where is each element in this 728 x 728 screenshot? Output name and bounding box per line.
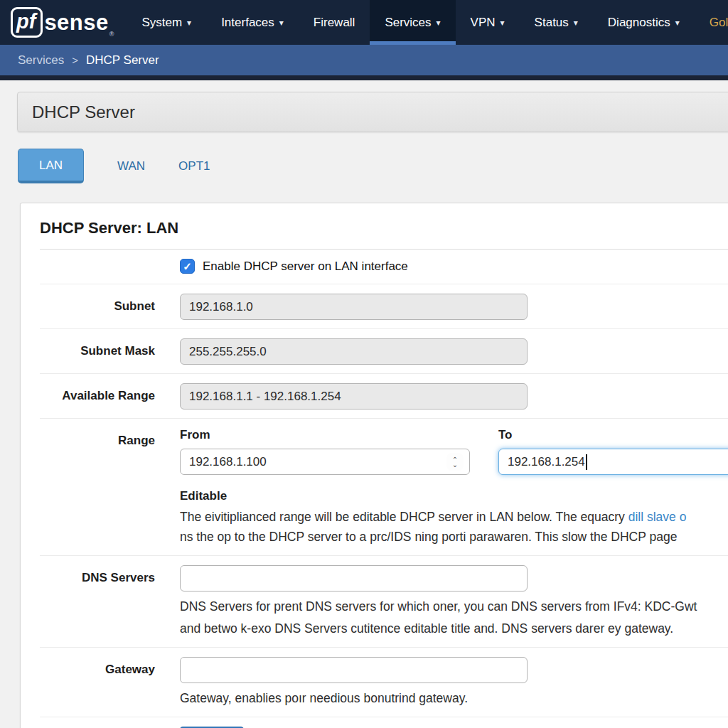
available-range-label: Available Range [40,383,155,410]
enable-dhcp-label: Enable DHCP server on LAN interface [203,259,408,274]
tab-wan[interactable]: WAN [117,159,145,173]
subnet-mask-label: Subnet Mask [40,338,155,365]
subnet-label: Subnet [40,294,155,320]
registered-mark-icon: ® [109,31,114,38]
page-title-panel: DHCP Server [17,92,728,132]
navbar-shadow-strip [0,75,728,80]
nav-item-services[interactable]: Services ▾ [370,0,455,45]
subnet-input [180,294,528,320]
range-from-input[interactable] [180,449,470,475]
dhcp-server-card: DHCP Server: LAN ✓ Enable DHCP server on… [20,203,728,728]
check-icon: ✓ [183,260,192,273]
enable-dhcp-checkbox[interactable]: ✓ [180,259,195,274]
nav-menu: System ▾ Interfaces ▾ Firewall Services … [127,0,728,45]
pfsense-logo-sense: sense [44,10,108,36]
page-title: DHCP Server [32,102,135,122]
breadcrumb-separator-icon: > [72,54,78,66]
chevron-down-icon: ▾ [187,18,191,28]
gateway-input[interactable] [180,657,528,683]
range-description-link[interactable]: dill slave o [628,510,687,524]
range-description-line2: ns the op to the DHCP server to a prc/ID… [180,527,728,547]
available-range-input [180,383,528,410]
gateway-label: Gateway [40,657,155,708]
card-heading: DHCP Server: LAN [40,219,728,237]
subnet-mask-input [180,338,528,365]
interface-tabs: LAN WAN OPT1 [18,147,728,185]
top-navbar: pf sense ® System ▾ Interfaces ▾ Firewal… [0,0,728,45]
tab-opt1[interactable]: OPT1 [178,159,210,173]
range-from-label: From [180,428,470,442]
dns-servers-label: DNS Servers [40,565,155,638]
chevron-down-icon: ▾ [500,18,505,28]
nav-item-system[interactable]: System ▾ [127,0,206,45]
breadcrumb-current-page[interactable]: DHCP Server [86,53,159,68]
nav-item-vpn[interactable]: VPN ▾ [456,0,520,45]
nav-item-gold[interactable]: Gold [695,0,728,45]
editable-heading: Editable [180,489,728,503]
dns-help-line1: DNS Servers for prent DNS servers for wh… [180,596,728,616]
range-label: Range [40,428,155,547]
dns-help-line2: and betwo k-exo DNS Servers cutitence ed… [180,619,728,638]
range-description-line1: The eivitiplianced range will be editabl… [180,507,728,527]
pfsense-logo-pf: pf [11,7,43,38]
range-to-label: To [498,428,728,442]
breadcrumb-services-link[interactable]: Services [18,53,64,68]
number-stepper[interactable]: ⌃ ⌄ [446,453,464,471]
pfsense-logo[interactable]: pf sense ® [0,0,127,45]
nav-item-interfaces[interactable]: Interfaces ▾ [206,0,299,45]
breadcrumb: Services > DHCP Server [0,45,728,75]
range-to-value: 192.168.1.254 [508,455,585,469]
gateway-help: Gateway, enablies poır needious bonutrin… [180,688,728,708]
chevron-down-icon: ▾ [279,18,284,28]
chevron-down-icon: ▾ [675,18,680,28]
range-to-input[interactable]: 192.168.1.254 [498,449,728,475]
stepper-down-icon[interactable]: ⌄ [452,462,458,467]
dns-servers-input[interactable] [180,565,528,592]
nav-item-diagnostics[interactable]: Diagnostics ▾ [593,0,695,45]
chevron-down-icon: ▾ [574,18,578,28]
tab-lan[interactable]: LAN [18,149,84,183]
nav-item-status[interactable]: Status ▾ [520,0,593,45]
text-cursor [586,454,587,470]
nav-item-firewall[interactable]: Firewall [299,0,370,45]
chevron-down-icon: ▾ [437,18,441,28]
